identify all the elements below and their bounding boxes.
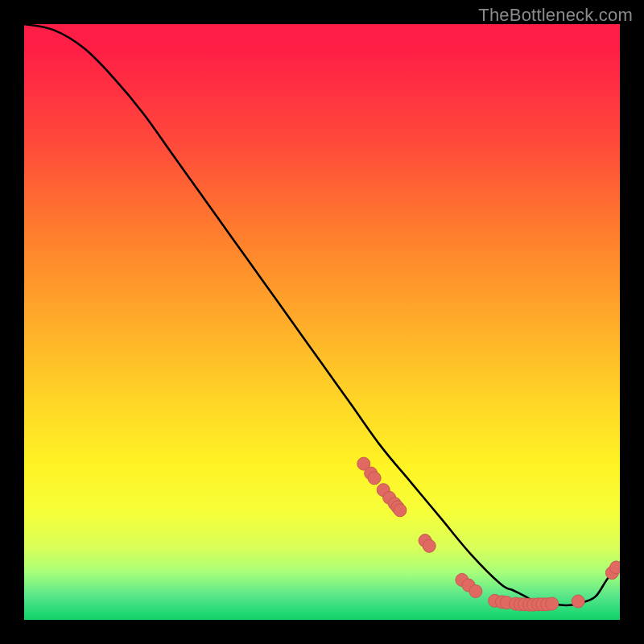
plot-area <box>24 24 620 620</box>
bottleneck-curve <box>24 24 620 605</box>
curve-marker <box>469 584 482 597</box>
curve-marker <box>423 539 436 552</box>
curve-marker <box>368 472 381 485</box>
curve-layer <box>24 24 620 620</box>
chart-stage: TheBottleneck.com <box>0 0 644 644</box>
curve-markers <box>357 457 620 611</box>
curve-marker <box>394 504 407 517</box>
curve-marker <box>572 595 584 608</box>
curve-marker <box>546 597 559 610</box>
curve-marker <box>610 561 620 574</box>
watermark-text: TheBottleneck.com <box>478 5 633 26</box>
